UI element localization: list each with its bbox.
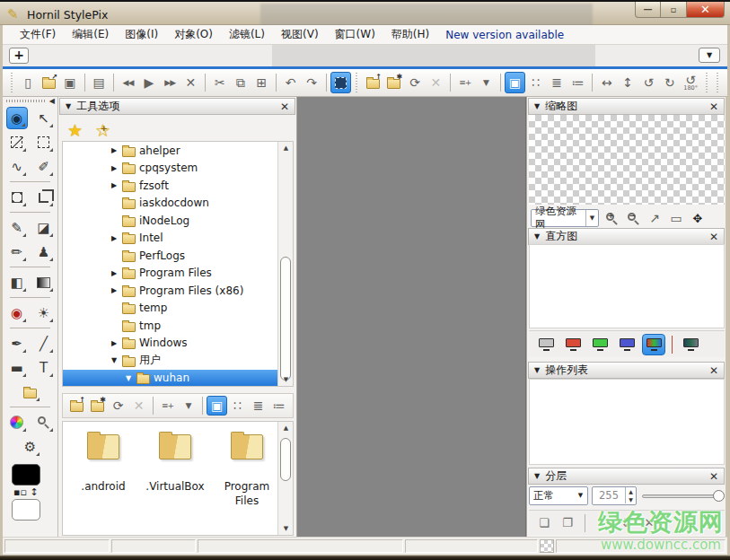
nav-back-button[interactable]: ◀◀: [118, 72, 138, 93]
spinner-steps[interactable]: ▲▼: [625, 487, 636, 503]
color-wheel-tool[interactable]: [6, 411, 28, 433]
tree-item-program-files-x86-[interactable]: ▶Program Files (x86): [63, 282, 293, 300]
toolbar-grip[interactable]: [9, 73, 15, 92]
tool-options-close-icon[interactable]: ✕: [280, 101, 289, 113]
expander-right-icon[interactable]: ▶: [110, 339, 119, 347]
thumbnail-panel-close-icon[interactable]: ✕: [709, 101, 718, 113]
print-button[interactable]: ▤: [89, 72, 110, 93]
collapse-caret-icon[interactable]: ▼: [534, 472, 540, 480]
lasso-tool[interactable]: ∿: [6, 155, 28, 178]
crop-tool[interactable]: [33, 186, 55, 208]
layer-duplicate-button[interactable]: ❐: [558, 513, 577, 533]
rotate-right-button[interactable]: ↻: [659, 72, 680, 93]
tree-item-wuhan[interactable]: ▼wuhan: [63, 370, 293, 388]
view-grid-button[interactable]: ∷: [227, 396, 248, 416]
close-button[interactable]: ✕: [686, 2, 725, 18]
gradient-tool[interactable]: [33, 271, 55, 293]
folder-options-button[interactable]: ✱: [87, 396, 108, 416]
tree-item--[interactable]: ▼用户: [63, 352, 293, 370]
gray-channel-button[interactable]: [534, 334, 558, 355]
delete-button[interactable]: ✕: [426, 72, 446, 93]
flip-horizontal-button[interactable]: ↔: [596, 72, 617, 93]
opacity-spinner[interactable]: 255 ▲▼: [592, 486, 637, 505]
background-color-swatch[interactable]: [12, 499, 40, 521]
blue-channel-button[interactable]: [615, 334, 638, 355]
green-channel-button[interactable]: [588, 334, 611, 355]
paste-button[interactable]: ⊞: [251, 72, 272, 93]
settings-tool[interactable]: ⚙: [20, 435, 41, 458]
tree-item-fzsoft[interactable]: ▶fzsoft: [63, 177, 293, 195]
expander-right-icon[interactable]: ▶: [110, 269, 119, 277]
view-details-button[interactable]: ≔: [567, 72, 588, 93]
tree-item-inodelog[interactable]: iNodeLog: [63, 212, 293, 230]
pan-tool[interactable]: ◉: [6, 107, 28, 129]
menu-item-6[interactable]: 视图(V): [273, 25, 327, 44]
toolbar-grip[interactable]: [354, 73, 360, 92]
expander-right-icon[interactable]: ▶: [110, 181, 119, 189]
scroll-up-icon[interactable]: ▲: [278, 422, 294, 434]
collapse-caret-icon[interactable]: ▼: [534, 102, 540, 110]
view-details-button[interactable]: ≔: [268, 396, 289, 416]
collapse-caret-icon[interactable]: ▼: [66, 102, 71, 110]
toolbox-grip[interactable]: [6, 100, 46, 102]
open-file-button[interactable]: ↗: [39, 72, 59, 93]
tree-scrollbar[interactable]: ▲ ▼: [277, 142, 293, 386]
text-tool[interactable]: T: [33, 356, 55, 379]
swap-colors-icon[interactable]: ▪▫ ↕: [13, 486, 57, 498]
slider-knob[interactable]: [713, 490, 725, 502]
combo-arrow-icon[interactable]: ▼: [574, 492, 587, 499]
rgb-channel-button[interactable]: [642, 334, 665, 355]
red-channel-button[interactable]: [561, 334, 585, 355]
view-grid-button[interactable]: ∷: [525, 72, 546, 93]
flip-vertical-button[interactable]: ↕: [617, 72, 638, 93]
opacity-slider[interactable]: [640, 486, 725, 505]
foreground-color-swatch[interactable]: [12, 464, 40, 486]
transform-tool[interactable]: [6, 186, 28, 208]
view-list-button[interactable]: ≣: [546, 72, 567, 93]
tree-scroll-thumb[interactable]: [280, 257, 291, 381]
menu-item-3[interactable]: 图像(I): [117, 25, 166, 44]
new-image-button[interactable]: ▯: [18, 72, 39, 93]
toolbox-collapse-icon[interactable]: ◀: [49, 97, 55, 105]
copy-button[interactable]: ⧉: [230, 72, 251, 93]
view-thumbnails-button[interactable]: ▣: [207, 396, 227, 416]
toolbar-grip[interactable]: [704, 73, 710, 92]
pencil-tool[interactable]: ✎: [6, 216, 28, 239]
line-tool[interactable]: ╱: [33, 332, 55, 354]
combo-arrow-icon[interactable]: ▼: [585, 210, 598, 226]
tree-item-perflogs[interactable]: PerfLogs: [63, 247, 293, 265]
blend-mode-combo[interactable]: 正常 ▼: [529, 486, 588, 505]
menu-item-4[interactable]: 对象(O): [166, 25, 221, 44]
eraser-tool[interactable]: ◪: [33, 216, 55, 239]
refresh-button[interactable]: ⟳: [404, 72, 425, 93]
zoom-tool[interactable]: [33, 411, 55, 433]
tree-item-temp[interactable]: temp: [63, 300, 293, 318]
folder-options-button[interactable]: ✱: [383, 72, 404, 93]
tree-item-program-files[interactable]: ▶Program Files: [63, 265, 293, 283]
scroll-down-icon[interactable]: ▼: [278, 522, 294, 535]
layer-move-down-button[interactable]: ⇓: [616, 513, 636, 533]
red-eye-tool[interactable]: ◉: [6, 302, 28, 324]
cut-button[interactable]: ✂: [209, 72, 230, 93]
sort-add-button[interactable]: ≡+: [157, 396, 178, 416]
tree-item-iaskdocdown[interactable]: iaskdocdown: [63, 195, 293, 213]
pointer-tool[interactable]: ↖: [33, 107, 55, 129]
filter-button[interactable]: ▼: [178, 396, 198, 416]
tree-item-cpqsystem[interactable]: ▶cpqsystem: [63, 160, 293, 178]
tree-item-windows[interactable]: ▶Windows: [63, 335, 293, 353]
folder-up-button[interactable]: ↑: [66, 396, 87, 416]
luminance-channel-button[interactable]: [679, 334, 702, 355]
folder-item-.virtualbox[interactable]: .VirtualBox: [142, 434, 208, 494]
browser-scroll-thumb[interactable]: [280, 438, 291, 481]
sort-add-button[interactable]: ≡+: [454, 72, 475, 93]
folder-item-.android[interactable]: .android: [70, 434, 136, 494]
browser-scrollbar[interactable]: ▲ ▼: [277, 422, 293, 535]
file-browser-tool[interactable]: [20, 381, 41, 403]
expander-right-icon[interactable]: ▶: [110, 164, 119, 172]
undo-button[interactable]: ↶: [280, 72, 301, 93]
brush-tool[interactable]: ✏: [6, 241, 28, 263]
histogram-panel-close-icon[interactable]: ✕: [709, 231, 718, 243]
canvas-area[interactable]: [297, 97, 526, 537]
scroll-down-icon[interactable]: ▼: [278, 373, 294, 386]
expander-right-icon[interactable]: ▶: [110, 234, 119, 242]
